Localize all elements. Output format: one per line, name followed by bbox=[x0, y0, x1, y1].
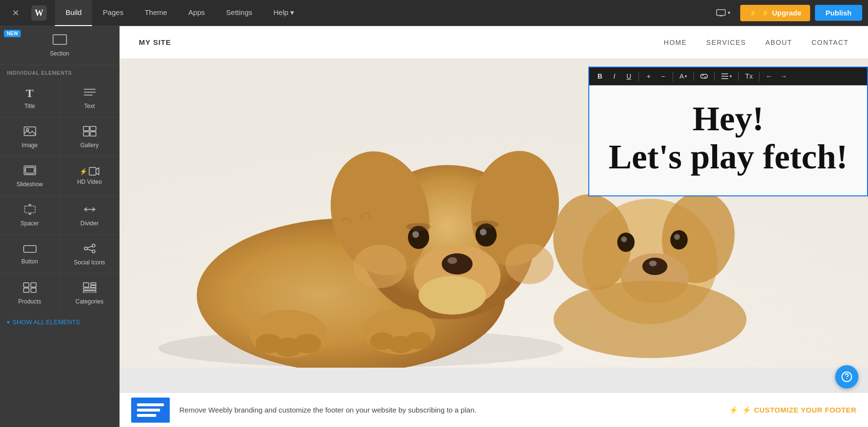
svg-point-50 bbox=[412, 231, 419, 238]
tab-settings[interactable]: Settings bbox=[216, 0, 263, 26]
svg-rect-30 bbox=[24, 283, 29, 287]
undo-button[interactable]: ← bbox=[762, 69, 776, 83]
italic-button[interactable]: I bbox=[608, 69, 621, 83]
tab-apps[interactable]: Apps bbox=[178, 0, 216, 26]
align-dropdown-arrow: ▾ bbox=[730, 74, 732, 79]
social-icons-label: Social Icons bbox=[74, 259, 105, 266]
device-dropdown-arrow: ▾ bbox=[728, 10, 731, 16]
svg-rect-24 bbox=[24, 246, 36, 252]
svg-point-73 bbox=[621, 236, 627, 242]
show-all-label: SHOW ALL ELEMENTS bbox=[13, 318, 80, 326]
increase-size-button[interactable]: + bbox=[642, 69, 655, 83]
svg-point-48 bbox=[448, 257, 457, 264]
show-all-elements-button[interactable]: ▾ SHOW ALL ELEMENTS bbox=[0, 313, 119, 331]
footer-line-1 bbox=[137, 403, 164, 406]
footer-preview-image bbox=[131, 398, 170, 423]
svg-text:W: W bbox=[35, 8, 43, 18]
svg-point-52 bbox=[480, 229, 487, 235]
decrease-size-button[interactable]: − bbox=[656, 69, 670, 83]
clear-format-button[interactable]: Tx bbox=[742, 69, 756, 83]
svg-line-28 bbox=[87, 246, 92, 248]
element-hd-video[interactable]: ⚡ HD Video bbox=[60, 157, 119, 195]
hero-text-line2: Let's play fetch! bbox=[609, 138, 848, 176]
tab-build[interactable]: Build bbox=[55, 0, 92, 26]
svg-point-47 bbox=[442, 253, 473, 275]
hero-text-line1: Hey! bbox=[609, 100, 848, 138]
svg-point-62 bbox=[406, 332, 431, 349]
footer-banner: Remove Weebly branding and customize the… bbox=[120, 392, 868, 427]
underline-button[interactable]: U bbox=[622, 69, 636, 83]
svg-point-64 bbox=[353, 245, 407, 288]
svg-point-26 bbox=[92, 244, 95, 247]
toolbar-separator-2 bbox=[673, 71, 673, 81]
svg-point-63 bbox=[419, 276, 486, 315]
hero-text-content[interactable]: Hey! Let's play fetch! bbox=[589, 85, 867, 195]
site-logo: MY SITE bbox=[139, 38, 171, 46]
text-color-button[interactable]: A ▾ bbox=[676, 69, 691, 83]
element-button[interactable]: Button bbox=[0, 235, 59, 274]
element-divider[interactable]: Divider bbox=[60, 196, 119, 234]
svg-rect-32 bbox=[24, 288, 29, 292]
align-button[interactable]: ▾ bbox=[718, 69, 735, 83]
nav-item-services[interactable]: SERVICES bbox=[706, 39, 746, 46]
slideshow-label: Slideshow bbox=[16, 181, 43, 188]
svg-rect-34 bbox=[83, 283, 89, 287]
site-nav: HOME SERVICES ABOUT CONTACT bbox=[664, 39, 849, 46]
divider-icon bbox=[83, 204, 96, 217]
upgrade-button[interactable]: ⚡ ⚡ Upgrade bbox=[740, 5, 810, 21]
device-preview-button[interactable]: ▾ bbox=[711, 6, 735, 20]
customize-footer-label: ⚡ CUSTOMIZE YOUR FOOTER bbox=[742, 406, 856, 414]
customize-footer-button[interactable]: ⚡ ⚡ CUSTOMIZE YOUR FOOTER bbox=[729, 406, 856, 414]
redo-button[interactable]: → bbox=[777, 69, 790, 83]
svg-rect-36 bbox=[91, 286, 96, 288]
title-icon: T bbox=[26, 87, 33, 100]
products-icon bbox=[23, 282, 37, 295]
element-spacer[interactable]: Spacer bbox=[0, 196, 59, 234]
sidebar: NEW Section INDIVIDUAL ELEMENTS T Title bbox=[0, 26, 120, 427]
new-badge: NEW bbox=[4, 30, 21, 37]
help-fab-button[interactable] bbox=[835, 365, 858, 388]
footer-preview-lines bbox=[132, 399, 169, 421]
element-title[interactable]: T Title bbox=[0, 79, 59, 117]
section-element-row: NEW Section bbox=[0, 26, 119, 65]
element-text[interactable]: Text bbox=[60, 79, 119, 117]
text-edit-box[interactable]: B I U + − A ▾ bbox=[588, 67, 868, 196]
tab-help[interactable]: Help ▾ bbox=[263, 0, 305, 26]
svg-point-72 bbox=[617, 233, 635, 252]
element-image[interactable]: Image bbox=[0, 118, 59, 156]
svg-point-25 bbox=[84, 247, 87, 250]
svg-rect-11 bbox=[83, 126, 89, 131]
tab-pages[interactable]: Pages bbox=[92, 0, 134, 26]
element-categories[interactable]: Categories bbox=[60, 274, 119, 313]
hero-section[interactable]: B I U + − A ▾ bbox=[120, 59, 868, 368]
svg-line-29 bbox=[87, 249, 92, 250]
nav-item-contact[interactable]: CONTACT bbox=[812, 39, 849, 46]
bold-button[interactable]: B bbox=[593, 69, 607, 83]
svg-rect-38 bbox=[83, 291, 96, 293]
svg-rect-5 bbox=[53, 35, 67, 44]
element-social-icons[interactable]: Social Icons bbox=[60, 235, 119, 274]
nav-item-about[interactable]: ABOUT bbox=[765, 39, 792, 46]
svg-rect-20 bbox=[25, 206, 35, 213]
element-products[interactable]: Products bbox=[0, 274, 59, 313]
svg-rect-12 bbox=[90, 126, 96, 131]
svg-point-81 bbox=[846, 378, 847, 379]
site-header: MY SITE HOME SERVICES ABOUT CONTACT bbox=[120, 26, 868, 59]
svg-rect-13 bbox=[83, 132, 89, 136]
spacer-icon bbox=[23, 204, 37, 217]
nav-item-home[interactable]: HOME bbox=[664, 39, 687, 46]
svg-point-58 bbox=[294, 334, 321, 353]
element-gallery[interactable]: Gallery bbox=[60, 118, 119, 156]
toolbar-separator-1 bbox=[638, 71, 639, 81]
format-toolbar: B I U + − A ▾ bbox=[589, 68, 867, 85]
svg-rect-2 bbox=[717, 10, 725, 15]
close-button[interactable]: ✕ bbox=[6, 3, 25, 23]
section-icon bbox=[52, 34, 68, 48]
tab-theme[interactable]: Theme bbox=[134, 0, 178, 26]
image-label: Image bbox=[22, 142, 38, 149]
section-label: Section bbox=[50, 50, 69, 57]
element-slideshow[interactable]: Slideshow bbox=[0, 157, 59, 195]
link-button[interactable] bbox=[697, 69, 711, 83]
publish-button[interactable]: Publish bbox=[815, 5, 862, 21]
svg-rect-35 bbox=[91, 283, 96, 285]
